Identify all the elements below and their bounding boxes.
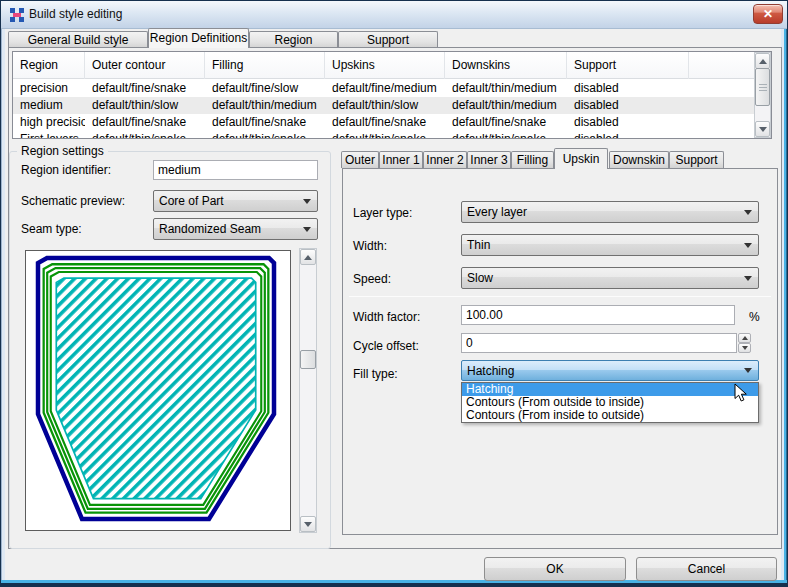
- chevron-down-icon: [303, 199, 311, 204]
- settings-scrollbar-thumb[interactable]: [300, 350, 316, 369]
- width-factor-input[interactable]: [461, 305, 735, 325]
- chevron-down-icon: [744, 276, 752, 281]
- dropdown-option-hatching[interactable]: Hatching: [462, 383, 758, 396]
- fill-type-label: Fill type:: [353, 367, 398, 381]
- title-bar[interactable]: Build style editing ✕: [1, 1, 787, 29]
- tab-support[interactable]: Support: [669, 151, 724, 168]
- column-header-downskins[interactable]: Downskins: [445, 52, 567, 79]
- chevron-down-icon: [744, 210, 752, 215]
- schematic-preview-label: Schematic preview:: [21, 194, 125, 208]
- tab-outer[interactable]: Outer: [341, 151, 379, 168]
- fill-type-combo[interactable]: Hatching: [461, 360, 759, 381]
- scroll-down-icon: [304, 522, 312, 527]
- tab-region-definitions[interactable]: Region Definitions: [148, 28, 249, 48]
- cycle-offset-label: Cycle offset:: [353, 339, 419, 353]
- tab-filling[interactable]: Filling: [511, 151, 554, 168]
- region-identifier-label: Region identifier:: [21, 163, 111, 177]
- window-title: Build style editing: [29, 7, 122, 21]
- stepper-up-button[interactable]: [738, 333, 751, 343]
- window-frame-left: [1, 29, 5, 580]
- tab-region-selection[interactable]: Region Selection: [249, 31, 338, 48]
- tab-support-strategies[interactable]: Support Strategies: [338, 31, 438, 48]
- ok-button[interactable]: OK: [484, 557, 626, 581]
- dropdown-option-contours-inside-out[interactable]: Contours (From inside to outside): [462, 409, 758, 422]
- scroll-down-icon: [759, 127, 767, 132]
- mouse-cursor: [734, 383, 748, 403]
- chevron-down-icon: [303, 227, 311, 232]
- seam-type-label: Seam type:: [21, 222, 82, 236]
- scroll-up-icon: [759, 59, 767, 64]
- schematic-preview-canvas: [25, 250, 291, 531]
- app-icon: [10, 8, 24, 22]
- cycle-offset-stepper: [738, 333, 751, 353]
- table-scrollbar[interactable]: [754, 52, 771, 138]
- cycle-offset-input[interactable]: [461, 333, 737, 353]
- region-identifier-input[interactable]: [153, 160, 318, 180]
- column-header-support[interactable]: Support: [567, 52, 689, 79]
- layer-type-label: Layer type:: [353, 206, 412, 220]
- column-header-region[interactable]: Region: [13, 52, 85, 79]
- table-row-high-precision[interactable]: high precision default/fine/snake defaul…: [13, 114, 754, 131]
- table-row-precision[interactable]: precision default/fine/snake default/fin…: [13, 80, 754, 97]
- table-row-first-layers[interactable]: First layers default/thin/snake default/…: [13, 131, 754, 139]
- table-row-medium-selected[interactable]: medium default/thin/slow default/thin/me…: [13, 97, 754, 114]
- width-combo[interactable]: Thin: [461, 234, 759, 256]
- tab-inner-2[interactable]: Inner 2: [423, 151, 467, 168]
- build-style-editing-dialog: Build style editing ✕ General Build styl…: [0, 0, 788, 587]
- chevron-down-icon: [744, 243, 752, 248]
- table-scrollbar-thumb[interactable]: [755, 68, 770, 106]
- close-button[interactable]: ✕: [753, 4, 783, 24]
- arrow-down-icon: [742, 346, 748, 350]
- tab-general-build-style-settings[interactable]: General Build style Settings: [8, 31, 148, 48]
- column-header-outer-contour[interactable]: Outer contour: [85, 52, 205, 79]
- settings-scroll-down-button[interactable]: [300, 516, 316, 532]
- tab-downskin[interactable]: Downskin: [609, 151, 669, 168]
- region-table-header: Region Outer contour Filling Upskins Dow…: [13, 52, 754, 79]
- scroll-up-icon: [304, 255, 312, 260]
- section-divider: [349, 296, 771, 297]
- width-label: Width:: [353, 239, 387, 253]
- column-header-upskins[interactable]: Upskins: [325, 52, 445, 79]
- tab-inner-1[interactable]: Inner 1: [379, 151, 423, 168]
- seam-type-combo[interactable]: Randomized Seam: [153, 218, 318, 240]
- tab-inner-3[interactable]: Inner 3: [467, 151, 511, 168]
- layer-type-combo[interactable]: Every layer: [461, 201, 759, 223]
- tab-upskin[interactable]: Upskin: [554, 148, 608, 169]
- table-scroll-down-button[interactable]: [755, 121, 770, 137]
- schematic-preview-combo[interactable]: Core of Part: [153, 190, 318, 212]
- settings-scroll-up-button[interactable]: [300, 249, 316, 265]
- settings-scrollbar[interactable]: [299, 248, 317, 533]
- close-icon: ✕: [763, 7, 773, 21]
- width-factor-unit: %: [749, 310, 760, 324]
- speed-label: Speed:: [353, 272, 391, 286]
- region-table: Region Outer contour Filling Upskins Dow…: [12, 51, 772, 139]
- dropdown-option-contours-outside-in[interactable]: Contours (From outside to inside): [462, 396, 758, 409]
- speed-combo[interactable]: Slow: [461, 267, 759, 289]
- arrow-up-icon: [742, 336, 748, 340]
- column-header-filler: [689, 52, 754, 79]
- chevron-down-icon: [744, 368, 752, 373]
- region-settings-group-label: Region settings: [17, 144, 108, 158]
- fill-type-dropdown-list: Hatching Contours (From outside to insid…: [461, 382, 759, 423]
- hatch-fill: [56, 278, 255, 499]
- cancel-button[interactable]: Cancel: [636, 557, 777, 581]
- table-scroll-up-button[interactable]: [755, 53, 770, 69]
- stepper-down-button[interactable]: [738, 343, 751, 353]
- width-factor-label: Width factor:: [353, 310, 420, 324]
- column-header-filling[interactable]: Filling: [205, 52, 325, 79]
